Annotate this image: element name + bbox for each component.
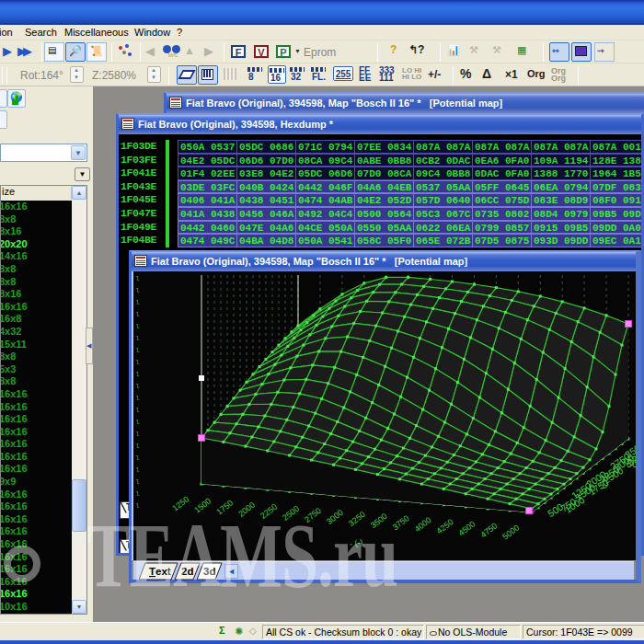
svg-text:l: l (135, 430, 140, 438)
svg-text:l: l (135, 346, 140, 354)
svg-text:l: l (135, 489, 140, 498)
svg-text:l: l (135, 418, 140, 426)
svg-text:l: l (135, 394, 140, 402)
svg-text:500: 500 (627, 458, 636, 469)
svg-text:l: l (135, 382, 140, 390)
svg-text:l: l (135, 454, 140, 462)
svg-text:l: l (135, 370, 140, 378)
svg-text:l: l (135, 274, 140, 282)
svg-text:l: l (135, 477, 140, 486)
svg-text:l: l (135, 442, 140, 450)
svg-text:l: l (135, 322, 140, 330)
svg-text:l: l (135, 406, 140, 414)
svg-text:l: l (135, 466, 140, 474)
svg-text:l: l (135, 358, 140, 366)
svg-text:l: l (135, 334, 140, 342)
svg-text:l: l (135, 298, 140, 306)
svg-text:l: l (135, 310, 140, 318)
svg-text:l: l (135, 286, 140, 294)
